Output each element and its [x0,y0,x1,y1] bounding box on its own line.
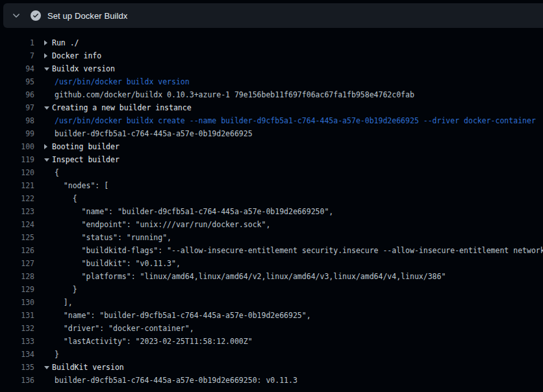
line-number[interactable]: 130 [0,296,34,309]
log-line: 136builder-d9cfb5a1-c764-445a-a57e-0b19d… [0,374,543,387]
output-text: "lastActivity": "2023-02-25T11:58:12.000… [44,335,543,348]
output-text: { [44,192,543,205]
output-text: ], [44,296,543,309]
output-text: "platforms": "linux/amd64,linux/amd64/v2… [44,270,543,283]
log-line: 99builder-d9cfb5a1-c764-445a-a57e-0b19d2… [0,127,543,140]
log-line: 95/usr/bin/docker buildx version [0,75,543,88]
log-line: 123 "name": "builder-d9cfb5a1-c764-445a-… [0,205,543,218]
log-line: 1Run ./ [0,36,543,49]
log-line: 130 ], [0,296,543,309]
line-number[interactable]: 129 [0,283,34,296]
log-line: 134} [0,348,543,361]
line-number[interactable]: 7 [0,49,34,62]
output-text: builder-d9cfb5a1-c764-445a-a57e-0b19d2e6… [44,127,543,140]
line-number[interactable]: 135 [0,361,34,374]
log-line: 131 "name": "builder-d9cfb5a1-c764-445a-… [0,309,543,322]
group-header[interactable]: Run ./ [44,36,543,49]
log-line: 125 "status": "running", [0,231,543,244]
log-line: 124 "endpoint": "unix:///var/run/docker.… [0,218,543,231]
line-number[interactable]: 123 [0,205,34,218]
command-text: /usr/bin/docker buildx version [44,75,543,88]
line-number[interactable]: 126 [0,244,34,257]
output-text: "name": "builder-d9cfb5a1-c764-445a-a57e… [44,309,543,322]
log-line: 132 "driver": "docker-container", [0,322,543,335]
line-number[interactable]: 131 [0,309,34,322]
group-title: Booting builder [52,142,120,151]
triangle-right-icon [44,140,52,153]
chevron-down-icon[interactable] [11,10,21,21]
triangle-down-icon [44,101,52,114]
line-number[interactable]: 94 [0,62,34,75]
line-number[interactable]: 100 [0,140,34,153]
log-line: 135BuildKit version [0,361,543,374]
log-line: 133 "lastActivity": "2023-02-25T11:58:12… [0,335,543,348]
command-text: /usr/bin/docker buildx create --name bui… [44,114,543,127]
line-number[interactable]: 99 [0,127,34,140]
log-line: 100Booting builder [0,140,543,153]
log-line: 121 "nodes": [ [0,179,543,192]
group-header[interactable]: BuildKit version [44,361,543,374]
log-line: 127 "buildkit": "v0.11.3", [0,257,543,270]
line-number[interactable]: 132 [0,322,34,335]
triangle-down-icon [44,361,52,374]
line-number[interactable]: 1 [0,36,34,49]
log-line: 122 { [0,192,543,205]
group-title: BuildKit version [52,363,124,372]
output-text: "buildkitd-flags": "--allow-insecure-ent… [44,244,543,257]
check-circle-icon [31,10,41,21]
log-lines: 1Run ./7Docker info94Buildx version95/us… [0,28,543,387]
output-text: } [44,283,543,296]
triangle-right-icon [44,49,52,62]
line-number[interactable]: 133 [0,335,34,348]
group-title: Inspect builder [52,155,120,164]
line-number[interactable]: 127 [0,257,34,270]
log-line: 120{ [0,166,543,179]
line-number[interactable]: 98 [0,114,34,127]
group-header[interactable]: Booting builder [44,140,543,153]
line-number[interactable]: 125 [0,231,34,244]
output-text: } [44,348,543,361]
line-number[interactable]: 121 [0,179,34,192]
step-title: Set up Docker Buildx [47,11,127,21]
log-line: 129 } [0,283,543,296]
log-line: 128 "platforms": "linux/amd64,linux/amd6… [0,270,543,283]
triangle-right-icon [44,36,52,49]
line-number[interactable]: 136 [0,374,34,387]
log-line: 98/usr/bin/docker buildx create --name b… [0,114,543,127]
output-text: "name": "builder-d9cfb5a1-c764-445a-a57e… [44,205,543,218]
output-text: "status": "running", [44,231,543,244]
group-title: Docker info [52,51,101,60]
log-line: 96github.com/docker/buildx 0.10.3+azure-… [0,88,543,101]
group-title: Creating a new builder instance [52,103,192,112]
group-header[interactable]: Docker info [44,49,543,62]
group-title: Run ./ [52,38,79,47]
output-text: "buildkit": "v0.11.3", [44,257,543,270]
log-line: 97Creating a new builder instance [0,101,543,114]
output-text: github.com/docker/buildx 0.10.3+azure-1 … [44,88,543,101]
triangle-down-icon [44,62,52,75]
line-number[interactable]: 95 [0,75,34,88]
log-line: 94Buildx version [0,62,543,75]
line-number[interactable]: 134 [0,348,34,361]
output-text: "nodes": [ [44,179,543,192]
log-line: 7Docker info [0,49,543,62]
line-number[interactable]: 119 [0,153,34,166]
group-header[interactable]: Inspect builder [44,153,543,166]
output-text: "endpoint": "unix:///var/run/docker.sock… [44,218,543,231]
output-text: { [44,166,543,179]
line-number[interactable]: 122 [0,192,34,205]
line-number[interactable]: 96 [0,88,34,101]
log-line: 126 "buildkitd-flags": "--allow-insecure… [0,244,543,257]
output-text: "driver": "docker-container", [44,322,543,335]
line-number[interactable]: 120 [0,166,34,179]
line-number[interactable]: 97 [0,101,34,114]
line-number[interactable]: 128 [0,270,34,283]
line-number[interactable]: 124 [0,218,34,231]
group-header[interactable]: Buildx version [44,62,543,75]
group-title: Buildx version [52,64,115,73]
step-header[interactable]: Set up Docker Buildx [3,3,543,28]
log-line: 119Inspect builder [0,153,543,166]
group-header[interactable]: Creating a new builder instance [44,101,543,114]
triangle-down-icon [44,153,52,166]
output-text: builder-d9cfb5a1-c764-445a-a57e-0b19d2e6… [44,374,543,387]
